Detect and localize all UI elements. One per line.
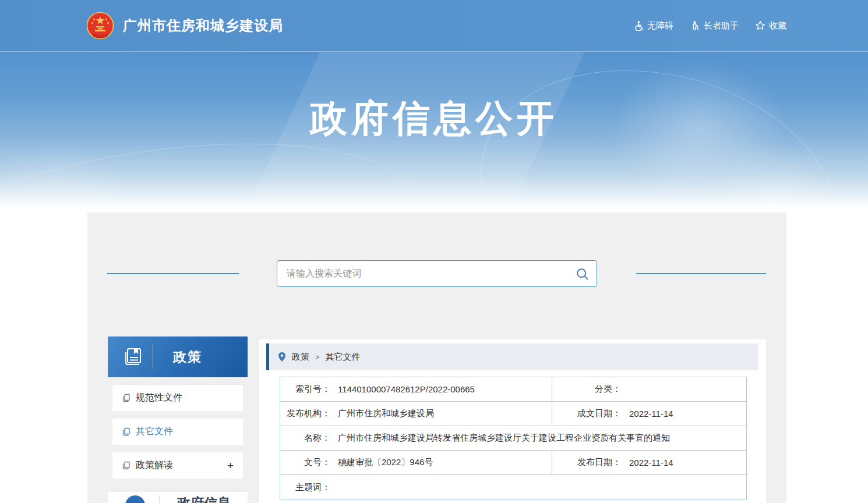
field-document-number: 文号： 穗建审批〔2022〕946号 xyxy=(280,451,552,474)
sidebar-menu: 规范性文件 其它文件 政策解读 + xyxy=(112,377,243,479)
sidebar-header-policy[interactable]: 政策 xyxy=(108,336,248,377)
sidebar-header-divider xyxy=(153,345,153,369)
book-icon xyxy=(122,346,144,368)
sidebar-item-label: 其它文件 xyxy=(136,426,173,438)
field-value: 广州市住房和城乡建设局转发省住房城乡建设厅关于建设工程企业资质有关事宜的通知 xyxy=(338,433,670,444)
search-icon xyxy=(576,267,590,281)
field-subject-words: 主题词： xyxy=(280,475,746,500)
breadcrumb: 政策 > 其它文件 xyxy=(266,343,758,370)
site-title: 广州市住房和城乡建设局 xyxy=(123,16,283,35)
location-pin-icon xyxy=(277,352,287,362)
page: 广州市住房和城乡建设局 无障碍 长者助手 xyxy=(0,0,868,503)
favorite-label: 收藏 xyxy=(769,20,786,31)
breadcrumb-root[interactable]: 政策 xyxy=(292,352,309,363)
elder-icon xyxy=(690,20,700,31)
doc-icon xyxy=(122,394,130,402)
accessibility-label: 无障碍 xyxy=(647,20,673,31)
main-panel: 政策 > 其它文件 索引号： 11440100007482612P/2022-0… xyxy=(259,339,766,503)
field-date-of-writing: 成文日期： 2022-11-14 xyxy=(552,402,746,426)
gov-info-circle-icon xyxy=(125,495,145,503)
field-label: 文号： xyxy=(280,457,330,468)
field-value: 2022-11-14 xyxy=(629,458,673,467)
doc-icon xyxy=(122,461,130,470)
decorative-line-left xyxy=(107,273,239,274)
field-label: 分类： xyxy=(552,384,621,395)
field-label: 主题词： xyxy=(280,482,330,493)
field-issuing-agency: 发布机构： 广州市住房和城乡建设局 xyxy=(280,402,552,426)
accessibility-link[interactable]: 无障碍 xyxy=(633,20,673,31)
breadcrumb-separator: > xyxy=(315,353,320,362)
sidebar-header-gov-info[interactable]: 政府信息 xyxy=(108,492,248,503)
search-button[interactable] xyxy=(576,267,590,281)
field-label: 发布机构： xyxy=(280,408,330,419)
wheelchair-icon xyxy=(633,20,644,31)
sidebar-next-section-title: 政府信息 xyxy=(177,495,231,503)
expand-plus-icon[interactable]: + xyxy=(227,460,234,471)
field-value: 11440100007482612P/2022-00665 xyxy=(338,384,475,394)
sidebar-item-label: 政策解读 xyxy=(136,459,173,472)
breadcrumb-accent-bar xyxy=(266,343,269,370)
document-meta-table: 索引号： 11440100007482612P/2022-00665 分类： 发… xyxy=(280,377,747,500)
field-label: 成文日期： xyxy=(552,408,621,419)
field-label: 发布日期： xyxy=(552,457,621,468)
national-emblem-icon xyxy=(86,12,114,40)
table-row: 发布机构： 广州市住房和城乡建设局 成文日期： 2022-11-14 xyxy=(280,402,746,426)
sidebar-item-label: 规范性文件 xyxy=(136,392,182,404)
favorite-link[interactable]: 收藏 xyxy=(755,20,786,31)
field-label: 名称： xyxy=(280,433,330,444)
field-publish-date: 发布日期： 2022-11-14 xyxy=(552,451,746,474)
site-brand[interactable]: 广州市住房和城乡建设局 xyxy=(86,0,283,51)
breadcrumb-current[interactable]: 其它文件 xyxy=(326,352,361,363)
sidebar-section-title: 政策 xyxy=(173,348,202,366)
elder-helper-link[interactable]: 长者助手 xyxy=(690,20,739,31)
field-value: 穗建审批〔2022〕946号 xyxy=(338,457,433,468)
sidebar-item-other-documents[interactable]: 其它文件 xyxy=(112,419,243,445)
search-box xyxy=(277,260,597,287)
table-row: 名称： 广州市住房和城乡建设局转发省住房城乡建设厅关于建设工程企业资质有关事宜的… xyxy=(280,426,746,451)
elder-helper-label: 长者助手 xyxy=(704,20,739,31)
table-row: 主题词： xyxy=(280,475,746,500)
decorative-line-right xyxy=(636,273,766,274)
doc-icon xyxy=(122,427,130,436)
table-row: 索引号： 11440100007482612P/2022-00665 分类： xyxy=(280,377,746,402)
field-index-number: 索引号： 11440100007482612P/2022-00665 xyxy=(280,377,552,401)
sidebar-header-divider xyxy=(159,495,160,503)
utility-links: 无障碍 长者助手 收藏 xyxy=(633,0,786,51)
star-icon xyxy=(755,20,765,31)
field-value: 广州市住房和城乡建设局 xyxy=(338,408,434,419)
field-label: 索引号： xyxy=(280,384,330,395)
banner: 政府信息公开 xyxy=(0,51,868,212)
page-title: 政府信息公开 xyxy=(0,93,868,144)
search-input[interactable] xyxy=(277,261,597,286)
field-document-name: 名称： 广州市住房和城乡建设局转发省住房城乡建设厅关于建设工程企业资质有关事宜的… xyxy=(280,426,746,450)
field-category: 分类： xyxy=(552,377,746,401)
table-row: 文号： 穗建审批〔2022〕946号 发布日期： 2022-11-14 xyxy=(280,451,746,475)
field-value: 2022-11-14 xyxy=(629,409,673,419)
sidebar-item-normative-documents[interactable]: 规范性文件 xyxy=(112,385,243,411)
sidebar-item-policy-interpretation[interactable]: 政策解读 + xyxy=(112,452,243,479)
site-header: 广州市住房和城乡建设局 无障碍 长者助手 xyxy=(0,0,868,52)
